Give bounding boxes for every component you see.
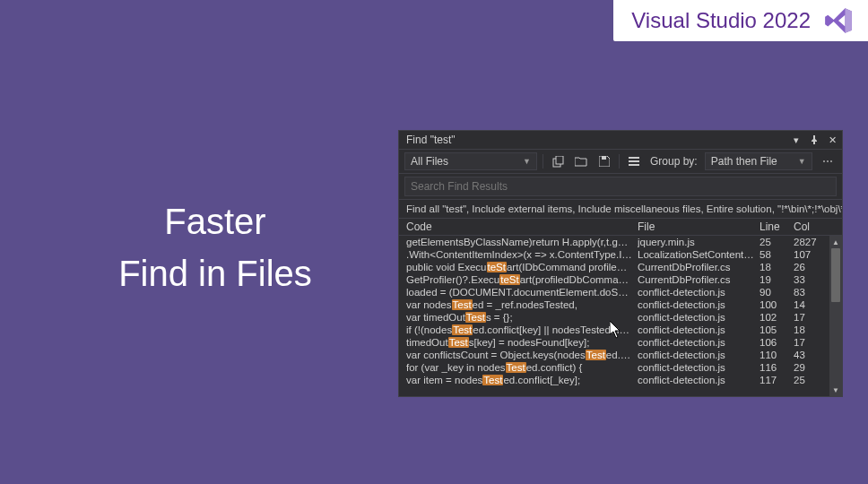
results-summary: Find all "test", Include external items,…	[399, 200, 842, 219]
match-highlight: teSt	[499, 274, 519, 285]
cell-col: 29	[794, 362, 824, 373]
cell-col: 83	[794, 287, 824, 298]
cell-col: 17	[794, 337, 824, 348]
cell-col: 26	[794, 262, 824, 272]
visual-studio-icon	[823, 5, 854, 36]
group-by-value: Path then File	[711, 155, 777, 168]
chevron-down-icon: ▼	[798, 157, 806, 166]
table-row[interactable]: if (!(nodesTested.conflict[key] || nodes…	[399, 324, 829, 336]
table-row[interactable]: var conflictsCount = Object.keys(nodesTe…	[399, 349, 829, 361]
pin-icon[interactable]	[808, 134, 820, 146]
list-mode-icon[interactable]	[625, 153, 643, 169]
window-menu-icon[interactable]: ▾	[790, 134, 803, 146]
group-by-dropdown[interactable]: Path then File ▼	[705, 152, 812, 170]
cell-line: 18	[760, 262, 794, 272]
cell-file: conflict-detection.js	[638, 324, 760, 335]
table-row[interactable]: public void ExecuteStart(IDbCommand prof…	[399, 261, 829, 273]
search-input[interactable]	[404, 177, 837, 196]
svg-rect-1	[556, 156, 563, 164]
match-highlight: Test	[586, 350, 606, 360]
svg-rect-5	[629, 164, 639, 166]
cell-code: timedOutTests[key] = nodesFound[key];	[406, 337, 638, 348]
match-highlight: Test	[452, 299, 473, 310]
results-list: getElementsByClassName)return H.apply(r,…	[399, 236, 842, 396]
results-header: Code File Line Col	[399, 219, 842, 236]
svg-rect-2	[602, 156, 606, 160]
cell-file: conflict-detection.js	[638, 362, 760, 373]
match-highlight: Test	[452, 324, 473, 335]
cell-col: 25	[794, 375, 824, 385]
table-row[interactable]: var nodesTested = _ref.nodesTested,confl…	[399, 298, 829, 311]
cell-code: loaded = (DOCUMENT.documentElement.doScr…	[406, 287, 638, 298]
column-code[interactable]: Code	[406, 220, 638, 233]
cell-line: 90	[760, 287, 794, 298]
cell-line: 58	[760, 249, 794, 260]
separator	[542, 154, 543, 169]
group-by-label: Group by:	[648, 155, 699, 168]
window-titlebar: Find "test" ▾ ✕	[399, 131, 842, 150]
find-results-window: Find "test" ▾ ✕ All Files ▼ Group by:	[398, 130, 843, 397]
cell-file: jquery.min.js	[638, 237, 760, 247]
cell-code: getElementsByClassName)return H.apply(r,…	[406, 237, 638, 247]
cell-file: conflict-detection.js	[638, 350, 760, 360]
cell-line: 110	[760, 350, 794, 360]
cell-file: LocalizationSetContentPic…	[638, 249, 760, 260]
cell-line: 102	[760, 312, 794, 323]
column-file[interactable]: File	[638, 220, 760, 233]
open-folder-icon[interactable]	[572, 153, 590, 169]
chevron-down-icon: ▼	[523, 157, 531, 166]
cell-file: CurrentDbProfiler.cs	[638, 262, 760, 272]
table-row[interactable]: var item = nodesTested.conflict[_key];co…	[399, 374, 829, 386]
cell-code: var nodesTested = _ref.nodesTested,	[406, 299, 638, 310]
cell-file: conflict-detection.js	[638, 337, 760, 348]
table-row[interactable]: .With<ContentItemIndex>(x => x.ContentTy…	[399, 248, 829, 261]
cell-code: public void ExecuteStart(IDbCommand prof…	[406, 262, 638, 272]
table-row[interactable]: getElementsByClassName)return H.apply(r,…	[399, 236, 829, 248]
column-col[interactable]: Col	[794, 220, 824, 233]
cell-file: CurrentDbProfiler.cs	[638, 274, 760, 285]
cell-line: 25	[760, 237, 794, 247]
table-row[interactable]: loaded = (DOCUMENT.documentElement.doScr…	[399, 286, 829, 298]
files-filter-dropdown[interactable]: All Files ▼	[404, 152, 537, 170]
match-highlight: Test	[448, 337, 469, 348]
vertical-scrollbar[interactable]: ▲ ▼	[829, 236, 842, 396]
cell-line: 19	[760, 274, 794, 285]
cell-col: 43	[794, 350, 824, 360]
cell-col: 2827	[794, 237, 824, 247]
scroll-up-icon[interactable]: ▲	[829, 236, 842, 248]
cell-code: var timedOutTests = {};	[406, 312, 638, 323]
cell-file: conflict-detection.js	[638, 375, 760, 385]
save-icon[interactable]	[595, 153, 613, 169]
cell-code: if (!(nodesTested.conflict[key] || nodes…	[406, 324, 638, 335]
cell-line: 105	[760, 324, 794, 335]
cell-code: .With<ContentItemIndex>(x => x.ContentTy…	[406, 249, 638, 260]
cell-col: 14	[794, 299, 824, 310]
scroll-thumb[interactable]	[831, 248, 840, 302]
table-row[interactable]: GetProfiler()?.ExecuteStart(profiledDbCo…	[399, 273, 829, 286]
cell-file: conflict-detection.js	[638, 287, 760, 298]
table-row[interactable]: for (var _key in nodesTested.conflict) {…	[399, 361, 829, 374]
headline: Faster Find in Files	[81, 195, 350, 299]
scroll-down-icon[interactable]: ▼	[829, 384, 842, 396]
cell-code: var item = nodesTested.conflict[_key];	[406, 375, 638, 385]
table-row[interactable]: var timedOutTests = {};conflict-detectio…	[399, 311, 829, 324]
cell-col: 33	[794, 274, 824, 285]
separator	[619, 154, 620, 169]
svg-rect-4	[629, 160, 639, 162]
cell-code: GetProfiler()?.ExecuteStart(profiledDbCo…	[406, 274, 638, 285]
window-title: Find "test"	[406, 134, 456, 146]
match-highlight: Test	[465, 312, 486, 323]
cell-col: 17	[794, 312, 824, 323]
cell-col: 18	[794, 324, 824, 335]
cell-line: 116	[760, 362, 794, 373]
cell-line: 100	[760, 299, 794, 310]
overflow-icon[interactable]: ⋯	[819, 153, 837, 169]
cell-file: conflict-detection.js	[638, 299, 760, 310]
match-highlight: teSt	[487, 262, 507, 272]
table-row[interactable]: timedOutTests[key] = nodesFound[key];con…	[399, 336, 829, 349]
column-line[interactable]: Line	[760, 220, 794, 233]
close-icon[interactable]: ✕	[826, 134, 838, 146]
svg-rect-3	[629, 157, 639, 159]
search-row	[399, 174, 842, 200]
copy-icon[interactable]	[549, 153, 567, 169]
